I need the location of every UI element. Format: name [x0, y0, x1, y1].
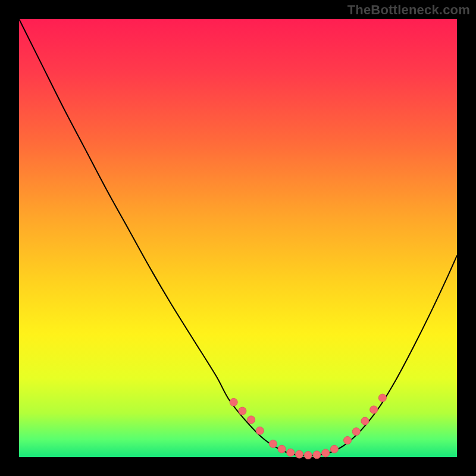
highlight-dot: [269, 440, 277, 447]
chart-frame: TheBottleneck.com: [0, 0, 476, 476]
highlight-dot: [296, 450, 303, 458]
highlight-dot: [344, 437, 352, 444]
gradient-background: [19, 19, 457, 457]
highlight-dot: [230, 399, 237, 406]
highlight-dot: [370, 406, 378, 414]
highlight-dot: [256, 427, 264, 434]
highlight-dot: [322, 449, 330, 457]
highlight-dot: [352, 428, 360, 436]
highlight-dot: [248, 416, 255, 424]
highlight-dot: [330, 445, 338, 453]
highlight-dot: [239, 407, 246, 415]
highlight-dot: [278, 445, 286, 453]
highlight-dot: [304, 452, 312, 459]
highlight-dot: [287, 449, 295, 456]
highlight-dot: [378, 394, 386, 402]
highlight-dot: [361, 417, 369, 425]
bottleneck-chart: [0, 0, 476, 476]
highlight-dot: [313, 451, 321, 459]
